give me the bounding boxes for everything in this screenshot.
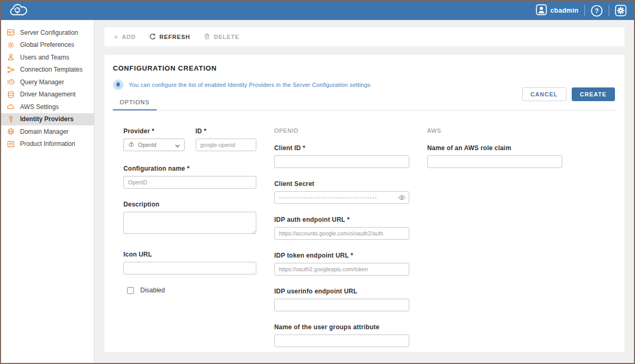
cloud-icon bbox=[6, 103, 15, 111]
idp-token-endpoint-field: IDP token endpoint URL * bbox=[274, 252, 409, 276]
add-button[interactable]: + ADD bbox=[114, 33, 136, 41]
document-icon bbox=[6, 140, 15, 148]
key-icon bbox=[6, 115, 15, 123]
aws-section-title: AWS bbox=[427, 127, 562, 135]
configuration-name-input[interactable] bbox=[123, 176, 256, 189]
connection-flow-icon bbox=[6, 65, 15, 74]
globe-icon bbox=[6, 127, 15, 136]
idp-userinfo-endpoint-field: IDP userinfo endpoint URL bbox=[274, 288, 409, 311]
chevron-down-icon bbox=[175, 140, 180, 150]
client-id-input[interactable] bbox=[274, 155, 409, 168]
sidebar-item-label: Connection Templates bbox=[20, 66, 83, 73]
refresh-button[interactable]: REFRESH bbox=[149, 33, 190, 41]
eye-icon[interactable] bbox=[398, 194, 406, 203]
identity-provider-form: Provider * OpenId bbox=[113, 111, 615, 359]
icon-url-input[interactable] bbox=[123, 262, 256, 274]
disabled-label: Disabled bbox=[140, 287, 165, 294]
client-secret-field: Client Secret bbox=[274, 180, 409, 204]
refresh-icon bbox=[149, 33, 156, 41]
idp-userinfo-endpoint-label: IDP userinfo endpoint URL bbox=[274, 288, 409, 295]
sidebar-item-product-information[interactable]: Product Information bbox=[1, 138, 94, 151]
configuration-name-field: Configuration name * bbox=[123, 165, 256, 189]
sidebar-item-label: Product Information bbox=[20, 140, 75, 147]
sidebar-item-identity-providers[interactable]: Identity Providers bbox=[1, 113, 94, 126]
query-clock-icon bbox=[6, 78, 15, 86]
disabled-checkbox-row[interactable]: Disabled bbox=[123, 287, 256, 294]
provider-select[interactable]: OpenId bbox=[123, 139, 185, 151]
user-icon bbox=[6, 53, 15, 62]
plus-icon: + bbox=[114, 33, 119, 41]
sidebar-item-label: Server Configuration bbox=[20, 29, 78, 36]
settings-button[interactable] bbox=[615, 5, 627, 16]
trash-icon bbox=[204, 33, 210, 41]
idp-token-endpoint-input[interactable] bbox=[274, 263, 409, 276]
client-id-field: Client ID * bbox=[274, 144, 409, 168]
server-icon bbox=[6, 28, 15, 37]
openid-column: OPENID Client ID * Client Secret bbox=[274, 127, 409, 359]
description-label: Description bbox=[123, 201, 256, 208]
sidebar-item-label: Query Manager bbox=[20, 78, 64, 86]
add-label: ADD bbox=[122, 34, 136, 40]
help-button[interactable]: ? bbox=[591, 5, 603, 17]
user-groups-attribute-input[interactable] bbox=[274, 335, 409, 347]
admin-sidebar: Server Configuration Global Preferences … bbox=[1, 20, 94, 363]
user-groups-attribute-label: Name of the user groups attribute bbox=[274, 323, 409, 331]
client-secret-input[interactable] bbox=[274, 191, 409, 204]
bell-icon bbox=[113, 80, 123, 90]
sidebar-item-label: AWS Settings bbox=[20, 103, 59, 111]
icon-url-field: Icon URL bbox=[123, 251, 256, 274]
description-textarea[interactable] bbox=[123, 212, 256, 234]
cloudbeaver-logo-icon[interactable] bbox=[8, 3, 30, 18]
info-text: You can configure the list of enabled Id… bbox=[129, 82, 370, 88]
items-toolbar: + ADD REFRESH DELETE bbox=[104, 27, 624, 46]
provider-label: Provider * bbox=[123, 127, 185, 135]
panel-title: CONFIGURATION CREATION bbox=[113, 64, 615, 72]
id-input[interactable] bbox=[196, 139, 257, 151]
disabled-checkbox[interactable] bbox=[127, 287, 134, 294]
user-menu[interactable]: cbadmin bbox=[536, 4, 579, 17]
create-button[interactable]: CREATE bbox=[572, 87, 615, 101]
aws-role-claim-field: Name of an AWS role claim bbox=[427, 144, 562, 168]
sidebar-item-label: Driver Management bbox=[20, 91, 75, 98]
icon-url-label: Icon URL bbox=[123, 251, 256, 258]
topbar-divider bbox=[609, 5, 609, 16]
sidebar-item-users-and-teams[interactable]: Users and Teams bbox=[1, 51, 94, 64]
sidebar-item-query-manager[interactable]: Query Manager bbox=[1, 76, 94, 88]
app-window: cbadmin ? bbox=[0, 0, 635, 364]
sidebar-item-domain-manager[interactable]: Domain Manager bbox=[1, 125, 94, 138]
id-field: ID * bbox=[196, 127, 257, 151]
user-icon bbox=[536, 4, 547, 17]
topbar-divider bbox=[584, 5, 585, 16]
openid-section-title: OPENID bbox=[274, 127, 409, 135]
sidebar-item-global-preferences[interactable]: Global Preferences bbox=[1, 39, 94, 52]
idp-auth-endpoint-input[interactable] bbox=[274, 227, 409, 240]
user-name: cbadmin bbox=[551, 7, 579, 14]
aws-role-claim-input[interactable] bbox=[427, 155, 562, 168]
tab-options[interactable]: OPTIONS bbox=[113, 96, 157, 111]
refresh-label: REFRESH bbox=[159, 34, 190, 40]
idp-token-endpoint-label: IDP token endpoint URL * bbox=[274, 252, 409, 259]
general-column: Provider * OpenId bbox=[123, 127, 256, 359]
sidebar-item-connection-templates[interactable]: Connection Templates bbox=[1, 64, 94, 76]
panel-actions: CANCEL CREATE bbox=[522, 87, 615, 101]
main-content: + ADD REFRESH DELETE bbox=[95, 20, 634, 363]
client-secret-label: Client Secret bbox=[274, 180, 409, 188]
description-field: Description bbox=[123, 201, 256, 236]
sidebar-item-aws-settings[interactable]: AWS Settings bbox=[1, 101, 94, 113]
delete-button[interactable]: DELETE bbox=[204, 33, 239, 41]
sidebar-item-driver-management[interactable]: Driver Management bbox=[1, 88, 94, 101]
openid-logo-icon bbox=[128, 140, 134, 150]
delete-label: DELETE bbox=[214, 34, 239, 40]
sidebar-item-label: Domain Manager bbox=[20, 128, 69, 135]
user-groups-attribute-field: Name of the user groups attribute bbox=[274, 323, 409, 347]
sidebar-item-label: Users and Teams bbox=[20, 54, 69, 61]
database-icon bbox=[6, 90, 15, 99]
sidebar-item-server-configuration[interactable]: Server Configuration bbox=[1, 26, 94, 39]
cancel-button[interactable]: CANCEL bbox=[522, 87, 566, 101]
provider-value: OpenId bbox=[138, 142, 171, 148]
provider-field: Provider * OpenId bbox=[123, 127, 185, 151]
idp-userinfo-endpoint-input[interactable] bbox=[274, 299, 409, 311]
question-glyph: ? bbox=[595, 7, 599, 15]
configuration-name-label: Configuration name * bbox=[123, 165, 256, 172]
aws-column: AWS Name of an AWS role claim bbox=[427, 127, 562, 359]
